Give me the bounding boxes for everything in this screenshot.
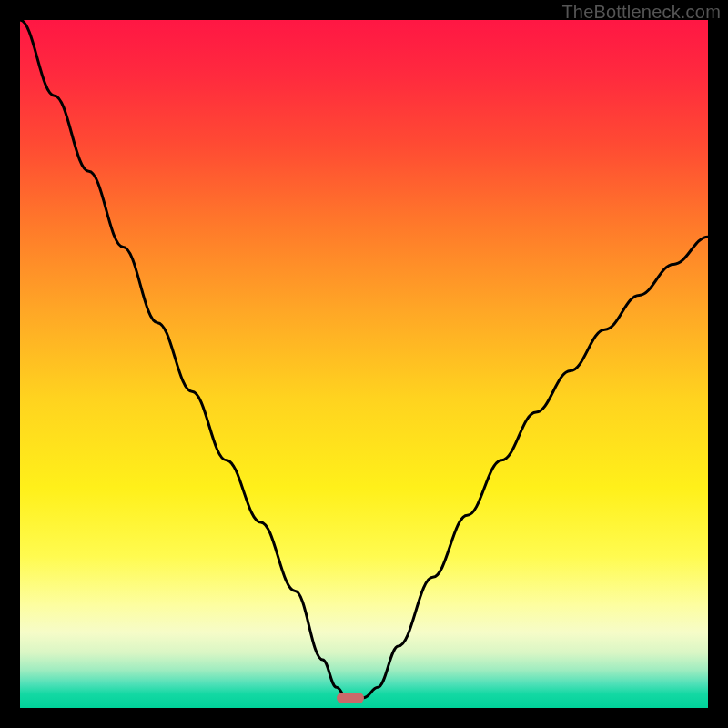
plot-area (20, 20, 708, 708)
watermark-label: TheBottleneck.com (561, 2, 721, 23)
bottleneck-curve (20, 20, 708, 708)
chart-stage: TheBottleneck.com (0, 0, 728, 728)
optimal-marker (337, 693, 364, 703)
